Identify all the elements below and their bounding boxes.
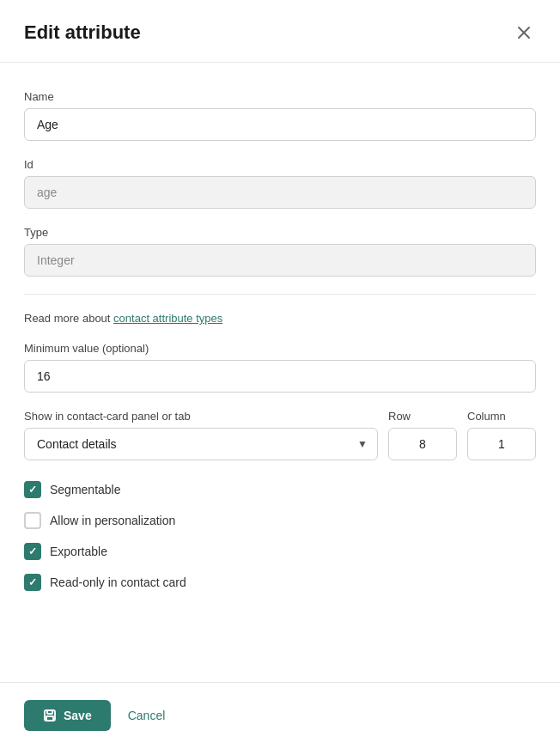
min-value-group: Minimum value (optional): [24, 342, 536, 393]
show-in-select-wrapper: Contact details Summary None ▼: [24, 428, 378, 460]
close-button[interactable]: [512, 21, 536, 45]
modal-container: Edit attribute Name Id Type Read more a: [0, 0, 560, 755]
min-value-input[interactable]: [24, 360, 536, 393]
type-label: Type: [24, 226, 536, 239]
row-input[interactable]: [388, 428, 457, 460]
row-label: Row: [388, 410, 457, 423]
checkbox-readonly-contact-card[interactable]: Read-only in contact card: [24, 574, 536, 591]
save-label: Save: [64, 709, 92, 722]
modal-body: Name Id Type Read more about contact att…: [0, 63, 560, 682]
show-in-label: Show in contact-card panel or tab: [24, 410, 378, 423]
checkbox-readonly-contact-card-box[interactable]: [24, 574, 41, 591]
modal-title: Edit attribute: [24, 21, 141, 44]
helper-text-prefix: Read more about: [24, 312, 113, 325]
show-in-field: Show in contact-card panel or tab Contac…: [24, 410, 378, 460]
show-in-group: Show in contact-card panel or tab Contac…: [24, 410, 536, 460]
svg-rect-3: [47, 710, 52, 714]
modal-footer: Save Cancel: [0, 682, 560, 755]
checkbox-allow-personalization[interactable]: Allow in personalization: [24, 512, 536, 529]
helper-text: Read more about contact attribute types: [24, 312, 536, 325]
cancel-button[interactable]: Cancel: [125, 700, 169, 731]
column-field: Column: [467, 410, 536, 460]
save-icon: [43, 709, 57, 722]
name-group: Name: [24, 90, 536, 141]
name-label: Name: [24, 90, 536, 103]
id-input: [24, 176, 536, 209]
close-icon: [515, 24, 533, 41]
save-button[interactable]: Save: [24, 700, 111, 731]
divider: [24, 294, 536, 295]
type-group: Type: [24, 226, 536, 277]
column-label: Column: [467, 410, 536, 423]
checkbox-allow-personalization-label: Allow in personalization: [50, 514, 175, 527]
checkbox-readonly-contact-card-label: Read-only in contact card: [50, 575, 186, 589]
checkbox-segmentable[interactable]: Segmentable: [24, 481, 536, 498]
id-label: Id: [24, 158, 536, 171]
modal-header: Edit attribute: [0, 0, 560, 63]
checkbox-segmentable-label: Segmentable: [50, 483, 121, 496]
checkbox-exportable-label: Exportable: [50, 545, 107, 558]
show-in-select[interactable]: Contact details Summary None: [24, 428, 378, 460]
checkbox-exportable-box[interactable]: [24, 543, 41, 560]
svg-rect-4: [46, 716, 53, 721]
id-group: Id: [24, 158, 536, 209]
checkboxes-section: Segmentable Allow in personalization Exp…: [24, 481, 536, 591]
checkbox-segmentable-box[interactable]: [24, 481, 41, 498]
contact-attribute-types-link[interactable]: contact attribute types: [113, 312, 222, 325]
checkbox-allow-personalization-box[interactable]: [24, 512, 41, 529]
min-value-label: Minimum value (optional): [24, 342, 536, 355]
name-input[interactable]: [24, 108, 536, 141]
checkbox-exportable[interactable]: Exportable: [24, 543, 536, 560]
column-input[interactable]: [467, 428, 536, 460]
row-field: Row: [388, 410, 457, 460]
type-input: [24, 244, 536, 277]
